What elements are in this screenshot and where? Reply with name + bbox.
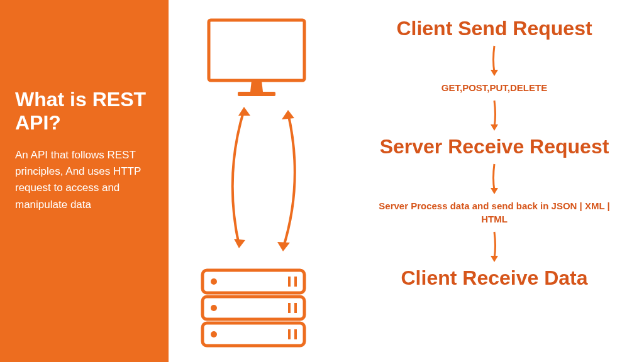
- server-icon: [200, 268, 307, 349]
- diagram-middle: [169, 0, 345, 362]
- flow-step-1: Client Send Request: [396, 18, 592, 40]
- flow-step-2: Server Receive Request: [380, 136, 609, 158]
- sidebar-description: An API that follows REST principles, And…: [15, 147, 153, 213]
- flow-arrow-icon: [489, 45, 500, 77]
- svg-point-10: [211, 305, 217, 311]
- svg-point-11: [211, 331, 217, 337]
- flow-sub-2: Server Process data and send back in JSO…: [345, 199, 644, 226]
- svg-marker-21: [491, 256, 498, 262]
- svg-marker-18: [491, 70, 498, 76]
- svg-rect-0: [209, 20, 304, 80]
- svg-point-9: [211, 278, 217, 285]
- svg-marker-5: [277, 242, 290, 251]
- flow-arrow-icon: [489, 163, 500, 195]
- sidebar: What is REST API? An API that follows RE…: [0, 0, 169, 362]
- svg-rect-1: [238, 92, 275, 96]
- flow-arrow-icon: [489, 99, 500, 132]
- flow-step-3: Client Receive Data: [401, 267, 587, 289]
- svg-marker-2: [234, 239, 245, 248]
- sidebar-title: What is REST API?: [15, 88, 153, 134]
- svg-marker-3: [238, 107, 250, 116]
- flow-arrow-icon: [489, 231, 500, 263]
- monitor-icon: [206, 18, 307, 99]
- flow-panel: Client Send Request GET,POST,PUT,DELETE …: [345, 0, 644, 362]
- arrow-up-icon: [275, 107, 307, 251]
- flow-sub-1: GET,POST,PUT,DELETE: [416, 81, 572, 94]
- svg-marker-19: [491, 124, 498, 131]
- svg-marker-4: [282, 110, 294, 119]
- arrow-down-icon: [219, 107, 250, 251]
- svg-marker-20: [491, 188, 498, 194]
